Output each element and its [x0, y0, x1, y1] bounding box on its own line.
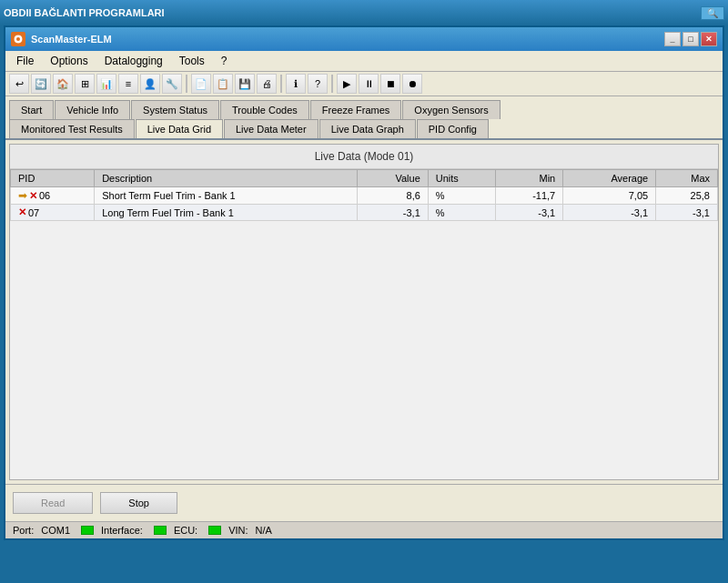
tab-vehicle-info[interactable]: Vehicle Info [55, 100, 130, 119]
toolbar: ↩ 🔄 🏠 ⊞ 📊 ≡ 👤 🔧 📄 📋 💾 🖨 ℹ ? ▶ ⏸ ⏹ ⏺ [5, 72, 723, 96]
tab-live-data-grid[interactable]: Live Data Grid [136, 119, 223, 138]
tab-start[interactable]: Start [9, 100, 54, 119]
toolbar-record-button[interactable]: ⏺ [402, 74, 422, 94]
ecu-label: ECU: [174, 525, 197, 536]
row2-pid: 07 [28, 207, 39, 218]
ecu-led [208, 526, 221, 535]
tab-pid-config[interactable]: PID Config [417, 119, 489, 138]
svg-point-1 [16, 37, 20, 41]
menu-options[interactable]: Options [43, 53, 95, 69]
menu-file[interactable]: File [9, 53, 41, 69]
toolbar-btn-2[interactable]: 🔄 [31, 74, 51, 94]
taskbar-title: OBDII BAĞLANTI PROGRAMLARI [4, 7, 699, 18]
tabs-row1: Start Vehicle Info System Status Trouble… [5, 96, 723, 119]
tab-monitored-test-results[interactable]: Monitored Test Results [9, 119, 135, 138]
maximize-button[interactable]: □ [682, 32, 699, 46]
bottom-space [0, 540, 728, 568]
row2-units: % [428, 205, 495, 221]
read-button[interactable]: Read [13, 492, 93, 514]
col-header-max: Max [656, 170, 718, 187]
toolbar-btn-7[interactable]: 👤 [140, 74, 160, 94]
row2-value: -3,1 [357, 205, 428, 221]
interface-led [154, 526, 167, 535]
toolbar-play-button[interactable]: ▶ [337, 74, 357, 94]
col-header-average: Average [563, 170, 656, 187]
row1-units: % [428, 187, 495, 205]
port-label: Port: [13, 525, 34, 536]
menubar: File Options Datalogging Tools ? [5, 51, 723, 72]
row2-icons: ✕ 07 [18, 206, 86, 218]
tab-live-data-graph[interactable]: Live Data Graph [319, 119, 416, 138]
interface-label: Interface: [101, 525, 143, 536]
menu-tools[interactable]: Tools [172, 53, 212, 69]
toolbar-btn-8[interactable]: 🔧 [162, 74, 182, 94]
port-value: COM1 [41, 525, 70, 536]
row1-icons-pid: ➡ ✕ 06 [11, 187, 95, 205]
menu-help[interactable]: ? [214, 53, 235, 69]
minimize-button[interactable]: _ [664, 32, 681, 46]
port-led [81, 526, 94, 535]
tab-trouble-codes[interactable]: Trouble Codes [220, 100, 309, 119]
row1-description: Short Term Fuel Trim - Bank 1 [95, 187, 357, 205]
col-header-value: Value [357, 170, 428, 187]
toolbar-btn-9[interactable]: 📄 [191, 74, 211, 94]
tab-oxygen-sensors[interactable]: Oxygen Sensors [402, 100, 500, 119]
tabs-row2: Monitored Test Results Live Data Grid Li… [5, 119, 723, 140]
stop-button[interactable]: Stop [100, 492, 177, 514]
window-title: ScanMaster-ELM [31, 34, 664, 45]
arrow-icon: ➡ [18, 189, 27, 202]
row2-description: Long Term Fuel Trim - Bank 1 [95, 205, 357, 221]
row1-max: 25,8 [656, 187, 718, 205]
content-area: Live Data (Mode 01) PID Description Valu… [9, 144, 719, 480]
row2-icons-pid: ✕ 07 [11, 205, 95, 221]
x-icon-1: ✕ [29, 190, 37, 202]
taskbar: OBDII BAĞLANTI PROGRAMLARI 🔍 [0, 0, 728, 25]
x-icon-2: ✕ [18, 206, 26, 218]
row1-value: 8,6 [357, 187, 428, 205]
data-grid: PID Description Value Units Min Average … [10, 169, 718, 221]
row1-icons: ➡ ✕ 06 [18, 189, 86, 202]
toolbar-btn-4[interactable]: ⊞ [75, 74, 95, 94]
tab-live-data-meter[interactable]: Live Data Meter [224, 119, 318, 138]
toolbar-separator-1 [186, 75, 187, 93]
toolbar-btn-12[interactable]: 🖨 [257, 74, 277, 94]
tab-system-status[interactable]: System Status [131, 100, 219, 119]
bottom-bar: Read Stop [5, 484, 723, 521]
table-row: ✕ 07 Long Term Fuel Trim - Bank 1 -3,1 %… [11, 205, 718, 221]
toolbar-btn-5[interactable]: 📊 [96, 74, 116, 94]
row2-min: -3,1 [496, 205, 563, 221]
toolbar-btn-13[interactable]: ℹ [286, 74, 306, 94]
toolbar-btn-3[interactable]: 🏠 [53, 74, 73, 94]
row1-average: 7,05 [563, 187, 656, 205]
tab-freeze-frames[interactable]: Freeze Frames [310, 100, 402, 119]
main-window: ScanMaster-ELM _ □ ✕ File Options Datalo… [4, 25, 724, 540]
close-button[interactable]: ✕ [701, 32, 717, 46]
menu-datalogging[interactable]: Datalogging [97, 53, 170, 69]
taskbar-search[interactable]: 🔍 [701, 6, 724, 20]
toolbar-btn-10[interactable]: 📋 [213, 74, 233, 94]
window-titlebar: ScanMaster-ELM _ □ ✕ [5, 27, 723, 51]
vin-label: VIN: [228, 525, 248, 536]
toolbar-separator-3 [331, 75, 333, 93]
toolbar-btn-1[interactable]: ↩ [9, 74, 29, 94]
table-row: ➡ ✕ 06 Short Term Fuel Trim - Bank 1 8,6… [11, 187, 718, 205]
toolbar-btn-14[interactable]: ? [308, 74, 328, 94]
toolbar-btn-11[interactable]: 💾 [235, 74, 255, 94]
app-icon [11, 32, 25, 46]
toolbar-separator-2 [280, 75, 282, 93]
col-header-pid: PID [11, 170, 95, 187]
col-header-description: Description [95, 170, 357, 187]
row1-min: -11,7 [496, 187, 563, 205]
toolbar-pause-button[interactable]: ⏸ [359, 74, 379, 94]
toolbar-stop-button[interactable]: ⏹ [380, 74, 400, 94]
vin-value: N/A [256, 525, 272, 536]
row2-max: -3,1 [656, 205, 718, 221]
live-data-title: Live Data (Mode 01) [10, 145, 718, 169]
window-controls: _ □ ✕ [664, 32, 717, 46]
statusbar: Port: COM1 Interface: ECU: VIN: N/A [5, 521, 723, 538]
row1-pid: 06 [39, 190, 50, 201]
toolbar-btn-6[interactable]: ≡ [118, 74, 138, 94]
col-header-units: Units [428, 170, 495, 187]
col-header-min: Min [496, 170, 563, 187]
row2-average: -3,1 [563, 205, 656, 221]
